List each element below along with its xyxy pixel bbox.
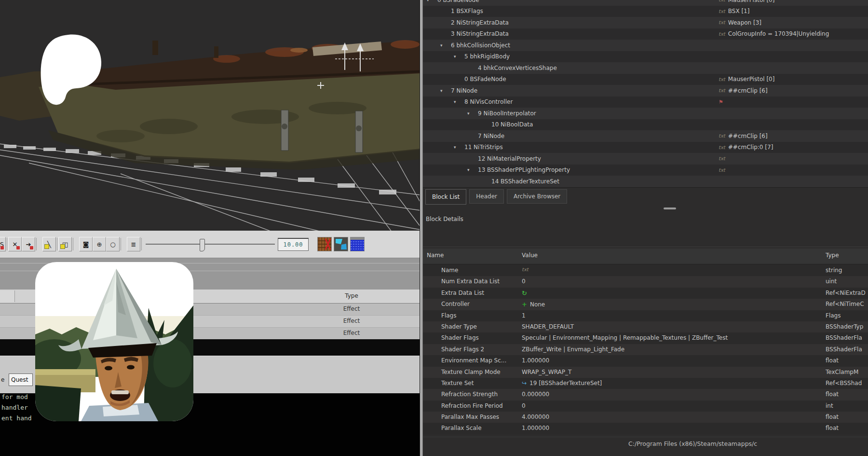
detail-row[interactable]: Environment Map Sc...1.000000float — [423, 355, 868, 366]
txt-icon: txt — [719, 0, 725, 2]
vertex-select-button[interactable]: ╲ — [42, 237, 56, 251]
tree-row[interactable]: 2 NiStringExtraDatatxtWeapon [3] — [423, 17, 868, 28]
expand-arrow-icon[interactable]: ▾ — [467, 167, 478, 172]
viewport-3d[interactable] — [0, 0, 420, 231]
txt-icon: txt — [719, 145, 725, 150]
tree-row[interactable]: ▾9 NiBoolInterpolator — [423, 108, 868, 119]
webcam-avatar — [35, 262, 193, 421]
tree-row[interactable]: 10 NiBoolData — [423, 119, 868, 131]
dock-splitter-handle[interactable] — [664, 207, 676, 209]
detail-row[interactable]: Nametxtstring — [423, 265, 868, 276]
detail-row[interactable]: Refraction Fire Period0int — [423, 401, 868, 412]
txt-icon: txt — [719, 20, 725, 25]
expand-arrow-icon[interactable]: ▾ — [454, 99, 464, 104]
detail-row[interactable]: Num Extra Data List0uint — [423, 276, 868, 287]
zoom-slider-handle[interactable] — [200, 239, 205, 251]
flag-icon: ⚑ — [719, 99, 723, 105]
clipped-label: e — [1, 376, 4, 383]
tree-row[interactable]: ▾8 NiVisController⚑ — [423, 97, 868, 108]
panel-splitter[interactable] — [420, 0, 423, 456]
tree-row[interactable]: 3 NiStringExtraDatatxtColGroupInfo = 170… — [423, 28, 868, 40]
detail-row[interactable]: Parallax Max Passes4.000000float — [423, 412, 868, 423]
expand-arrow-icon[interactable]: ▾ — [454, 145, 464, 150]
tab-header[interactable]: Header — [469, 189, 504, 204]
txt-icon: txt — [719, 156, 725, 161]
viewport-toolbar: S ✕ ➔ ╲ ◫ ◙ ⊕ ○ ≣ 10.00 — [0, 231, 420, 258]
txt-icon: txt — [719, 133, 725, 138]
cut-tool-button[interactable]: S — [0, 237, 6, 251]
zoom-slider[interactable] — [146, 237, 275, 251]
detail-row[interactable]: Extra Data List↻Ref<NiExtraD — [423, 288, 868, 299]
tree-row[interactable]: 1 BSXFlagstxtBSX [1] — [423, 6, 868, 17]
detail-row[interactable]: Shader Flags 2ZBuffer_Write | Envmap_Lig… — [423, 344, 868, 355]
panel-tabs: Block List Header Archive Browser — [425, 189, 570, 205]
detail-row[interactable]: Shader FlagsSpecular | Environment_Mappi… — [423, 332, 868, 344]
bind-tool-button[interactable]: ◫ — [58, 237, 72, 251]
pick-cursor-button[interactable]: ➔ — [22, 237, 35, 251]
expand-arrow-icon[interactable]: ▾ — [467, 111, 478, 116]
tab-block-list[interactable]: Block List — [425, 189, 466, 205]
nifskope-window: S ✕ ➔ ╲ ◫ ◙ ⊕ ○ ≣ 10.00 — [0, 0, 868, 456]
expand-arrow-icon[interactable]: ▾ — [440, 43, 451, 48]
camera-front-button[interactable]: ◙ — [79, 237, 93, 251]
camera-perspective-button[interactable]: ○ — [106, 237, 120, 251]
tree-row[interactable]: 0 BSFadeNodetxtMauserPistol [0] — [423, 74, 868, 85]
zoom-value-field[interactable]: 10.00 — [278, 238, 309, 251]
detail-row[interactable]: Refraction Strength0.000000float — [423, 389, 868, 400]
detail-row[interactable]: Parallax Scale1.000000float — [423, 423, 868, 434]
detail-row[interactable]: Texture Clamp ModeWRAP_S_WRAP_TTexClampM — [423, 367, 868, 378]
tree-row[interactable]: 7 NiNodetxt##cmClip [6] — [423, 130, 868, 142]
tree-row[interactable]: 12 NiMaterialPropertytxt — [423, 153, 868, 165]
value-column-header[interactable]: Value — [522, 252, 538, 259]
add-link-icon: + — [522, 301, 527, 308]
txt-icon: txt — [719, 9, 725, 14]
water-toggle-icon[interactable] — [350, 237, 365, 251]
status-file-path: C:/Program Files (x86)/Steam/steamapps/c — [628, 440, 757, 447]
txt-icon: txt — [522, 267, 529, 272]
texture-toggle-icon[interactable] — [317, 237, 332, 251]
column-stub — [0, 290, 15, 302]
type-column-header[interactable]: Type — [826, 252, 839, 259]
tree-row[interactable]: ▾0 BSFadeNodetxtMauserPistol [0] — [423, 0, 868, 6]
txt-icon: txt — [719, 167, 725, 173]
refresh-icon: ↻ — [522, 290, 527, 297]
block-details-title: Block Details — [426, 216, 463, 222]
delete-tool-button[interactable]: ✕ — [8, 237, 22, 251]
expand-arrow-icon[interactable]: ▾ — [427, 0, 437, 2]
camera-rotate-button[interactable]: ⊕ — [93, 237, 106, 251]
tab-archive-browser[interactable]: Archive Browser — [507, 189, 567, 204]
ref-link-icon: ↪ — [522, 380, 527, 387]
block-panel: ▾0 BSFadeNodetxtMauserPistol [0] 1 BSXFl… — [423, 0, 868, 456]
expand-arrow-icon[interactable]: ▾ — [454, 54, 464, 59]
expand-arrow-icon[interactable]: ▾ — [440, 88, 451, 93]
detail-row[interactable]: Texture Set↪19 [BSShaderTextureSet]Ref<B… — [423, 378, 868, 389]
tree-row[interactable]: ▾6 bhkCollisionObject — [423, 40, 868, 51]
tree-row[interactable]: ▾7 NiNodetxt##cmClip [6] — [423, 85, 868, 97]
patreon-logo-icon — [37, 34, 102, 106]
tree-row[interactable]: ▾13 BSShaderPPLightingPropertytxt — [423, 165, 868, 176]
details-table-header: Name Value Type — [423, 249, 868, 264]
name-column-header[interactable]: Name — [427, 252, 444, 259]
detail-row[interactable]: Controller+NoneRef<NiTimeC — [423, 299, 868, 310]
type-column-header[interactable]: Type — [315, 292, 388, 299]
view-list-button[interactable]: ≣ — [127, 237, 140, 251]
tree-row[interactable]: ▾11 NiTriStripstxt##cmClip:0 [7] — [423, 142, 868, 153]
txt-icon: txt — [719, 31, 725, 37]
tree-row[interactable]: 14 BSShaderTextureSet — [423, 176, 868, 187]
tree-row[interactable]: ▾5 bhkRigidBody — [423, 51, 868, 63]
detail-row[interactable]: Flags1Flags — [423, 310, 868, 321]
tree-row[interactable]: 4 bhkConvexVerticesShape — [423, 62, 868, 74]
highlight-toggle-icon[interactable] — [334, 237, 348, 251]
detail-row[interactable]: Shader TypeSHADER_DEFAULTBSShaderTyp — [423, 321, 868, 332]
txt-icon: txt — [719, 77, 725, 82]
block-list-tree: ▾0 BSFadeNodetxtMauserPistol [0] 1 BSXFl… — [423, 0, 868, 187]
txt-icon: txt — [719, 88, 725, 93]
details-table: Nametxtstring Num Extra Data List0uint E… — [423, 265, 868, 434]
quest-input[interactable]: Quest — [9, 373, 33, 386]
